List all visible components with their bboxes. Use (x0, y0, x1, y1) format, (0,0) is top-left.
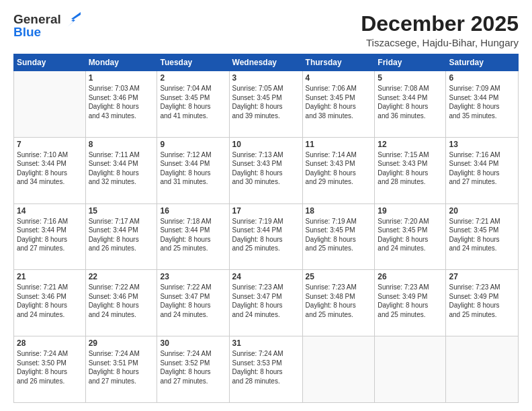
table-row: 14Sunrise: 7:16 AMSunset: 3:44 PMDayligh… (14, 203, 86, 270)
cell-content: Sunrise: 7:19 AMSunset: 3:45 PMDaylight:… (306, 217, 372, 253)
day-number: 8 (89, 140, 154, 149)
table-row (375, 336, 446, 403)
cell-content: Sunrise: 7:23 AMSunset: 3:47 PMDaylight:… (232, 283, 300, 319)
col-monday: Monday (85, 54, 157, 71)
cell-content: Sunrise: 7:23 AMSunset: 3:48 PMDaylight:… (306, 283, 372, 319)
table-row: 11Sunrise: 7:14 AMSunset: 3:43 PMDayligh… (302, 137, 375, 203)
cell-content: Sunrise: 7:13 AMSunset: 3:43 PMDaylight:… (232, 150, 300, 187)
table-row: 31Sunrise: 7:24 AMSunset: 3:53 PMDayligh… (229, 336, 302, 403)
table-row: 3Sunrise: 7:05 AMSunset: 3:45 PMDaylight… (229, 71, 302, 138)
day-number: 3 (232, 73, 300, 83)
day-number: 22 (89, 272, 154, 281)
table-row: 21Sunrise: 7:21 AMSunset: 3:46 PMDayligh… (14, 270, 86, 336)
table-row: 1Sunrise: 7:03 AMSunset: 3:46 PMDaylight… (85, 71, 157, 138)
table-row (446, 336, 519, 403)
cell-content: Sunrise: 7:04 AMSunset: 3:45 PMDaylight:… (160, 84, 226, 120)
header: General Blue December 2025 Tiszacsege, H… (13, 12, 519, 48)
table-row: 27Sunrise: 7:23 AMSunset: 3:49 PMDayligh… (446, 270, 519, 336)
table-row: 19Sunrise: 7:20 AMSunset: 3:45 PMDayligh… (375, 203, 446, 270)
day-number: 21 (17, 272, 83, 281)
day-number: 28 (17, 338, 83, 348)
day-number: 10 (232, 140, 300, 149)
cell-content: Sunrise: 7:09 AMSunset: 3:44 PMDaylight:… (449, 84, 515, 120)
table-row: 29Sunrise: 7:24 AMSunset: 3:51 PMDayligh… (85, 336, 157, 403)
day-number: 20 (449, 206, 515, 216)
table-row: 30Sunrise: 7:24 AMSunset: 3:52 PMDayligh… (157, 336, 229, 403)
calendar-table: Sunday Monday Tuesday Wednesday Thursday… (13, 54, 519, 403)
table-row: 10Sunrise: 7:13 AMSunset: 3:43 PMDayligh… (229, 137, 302, 203)
table-row: 13Sunrise: 7:16 AMSunset: 3:44 PMDayligh… (446, 137, 519, 203)
col-tuesday: Tuesday (157, 54, 229, 71)
logo-bird-icon (62, 12, 81, 27)
calendar-week-row: 7Sunrise: 7:10 AMSunset: 3:44 PMDaylight… (14, 137, 519, 203)
cell-content: Sunrise: 7:18 AMSunset: 3:44 PMDaylight:… (160, 217, 226, 253)
day-number: 6 (449, 73, 515, 83)
cell-content: Sunrise: 7:14 AMSunset: 3:43 PMDaylight:… (306, 150, 372, 187)
table-row (14, 71, 86, 138)
day-number: 17 (232, 206, 300, 216)
cell-content: Sunrise: 7:22 AMSunset: 3:46 PMDaylight:… (89, 283, 154, 319)
day-number: 24 (232, 272, 300, 281)
cell-content: Sunrise: 7:16 AMSunset: 3:44 PMDaylight:… (17, 217, 83, 253)
cell-content: Sunrise: 7:06 AMSunset: 3:45 PMDaylight:… (306, 84, 372, 120)
day-number: 19 (378, 206, 443, 216)
day-number: 13 (449, 140, 515, 149)
day-number: 23 (160, 272, 226, 281)
table-row: 20Sunrise: 7:21 AMSunset: 3:45 PMDayligh… (446, 203, 519, 270)
calendar-page: General Blue December 2025 Tiszacsege, H… (0, 0, 532, 411)
logo-blue: Blue (13, 25, 41, 40)
day-number: 31 (232, 338, 300, 348)
location-title: Tiszacsege, Hajdu-Bihar, Hungary (361, 37, 519, 48)
table-row: 17Sunrise: 7:19 AMSunset: 3:44 PMDayligh… (229, 203, 302, 270)
day-number: 14 (17, 206, 83, 216)
cell-content: Sunrise: 7:19 AMSunset: 3:44 PMDaylight:… (232, 217, 300, 253)
col-sunday: Sunday (14, 54, 86, 71)
calendar-header-row: Sunday Monday Tuesday Wednesday Thursday… (14, 54, 519, 71)
day-number: 11 (306, 140, 372, 149)
table-row: 2Sunrise: 7:04 AMSunset: 3:45 PMDaylight… (157, 71, 229, 138)
table-row: 9Sunrise: 7:12 AMSunset: 3:44 PMDaylight… (157, 137, 229, 203)
day-number: 5 (378, 73, 443, 83)
table-row: 23Sunrise: 7:22 AMSunset: 3:47 PMDayligh… (157, 270, 229, 336)
cell-content: Sunrise: 7:10 AMSunset: 3:44 PMDaylight:… (17, 150, 83, 187)
cell-content: Sunrise: 7:23 AMSunset: 3:49 PMDaylight:… (449, 283, 515, 319)
day-number: 27 (449, 272, 515, 281)
calendar-body: 1Sunrise: 7:03 AMSunset: 3:46 PMDaylight… (14, 71, 519, 403)
table-row: 26Sunrise: 7:23 AMSunset: 3:49 PMDayligh… (375, 270, 446, 336)
col-saturday: Saturday (446, 54, 519, 71)
cell-content: Sunrise: 7:24 AMSunset: 3:51 PMDaylight:… (89, 349, 154, 385)
cell-content: Sunrise: 7:12 AMSunset: 3:44 PMDaylight:… (160, 150, 226, 187)
cell-content: Sunrise: 7:17 AMSunset: 3:44 PMDaylight:… (89, 217, 154, 253)
table-row: 8Sunrise: 7:11 AMSunset: 3:44 PMDaylight… (85, 137, 157, 203)
cell-content: Sunrise: 7:21 AMSunset: 3:45 PMDaylight:… (449, 217, 515, 253)
day-number: 15 (89, 206, 154, 216)
day-number: 16 (160, 206, 226, 216)
cell-content: Sunrise: 7:08 AMSunset: 3:44 PMDaylight:… (378, 84, 443, 120)
day-number: 26 (378, 272, 443, 281)
calendar-week-row: 28Sunrise: 7:24 AMSunset: 3:50 PMDayligh… (14, 336, 519, 403)
month-title: December 2025 (361, 12, 519, 36)
cell-content: Sunrise: 7:22 AMSunset: 3:47 PMDaylight:… (160, 283, 226, 319)
cell-content: Sunrise: 7:20 AMSunset: 3:45 PMDaylight:… (378, 217, 443, 253)
cell-content: Sunrise: 7:21 AMSunset: 3:46 PMDaylight:… (17, 283, 83, 319)
cell-content: Sunrise: 7:03 AMSunset: 3:46 PMDaylight:… (89, 84, 154, 120)
table-row: 7Sunrise: 7:10 AMSunset: 3:44 PMDaylight… (14, 137, 86, 203)
cell-content: Sunrise: 7:24 AMSunset: 3:50 PMDaylight:… (17, 349, 83, 385)
day-number: 4 (306, 73, 372, 83)
calendar-week-row: 1Sunrise: 7:03 AMSunset: 3:46 PMDaylight… (14, 71, 519, 138)
col-thursday: Thursday (302, 54, 375, 71)
day-number: 1 (89, 73, 154, 83)
day-number: 18 (306, 206, 372, 216)
day-number: 12 (378, 140, 443, 149)
day-number: 29 (89, 338, 154, 348)
day-number: 9 (160, 140, 226, 149)
table-row: 15Sunrise: 7:17 AMSunset: 3:44 PMDayligh… (85, 203, 157, 270)
table-row: 6Sunrise: 7:09 AMSunset: 3:44 PMDaylight… (446, 71, 519, 138)
svg-marker-0 (67, 12, 81, 27)
calendar-week-row: 21Sunrise: 7:21 AMSunset: 3:46 PMDayligh… (14, 270, 519, 336)
table-row: 5Sunrise: 7:08 AMSunset: 3:44 PMDaylight… (375, 71, 446, 138)
day-number: 30 (160, 338, 226, 348)
col-friday: Friday (375, 54, 446, 71)
table-row: 25Sunrise: 7:23 AMSunset: 3:48 PMDayligh… (302, 270, 375, 336)
cell-content: Sunrise: 7:23 AMSunset: 3:49 PMDaylight:… (378, 283, 443, 319)
